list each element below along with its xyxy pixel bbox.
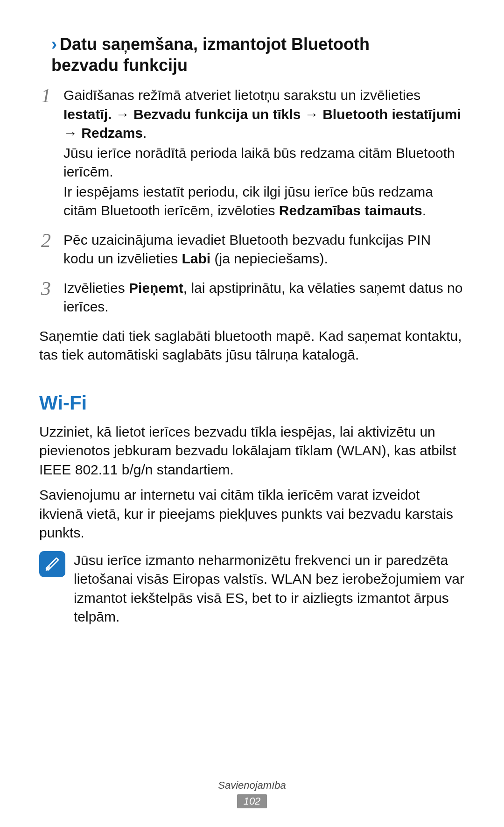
step2-bold: Labi — [182, 251, 210, 266]
step1-p2: Jūsu ierīce norādītā perioda laikā būs r… — [63, 144, 465, 182]
step-body: Gaidīšanas režīmā atveriet lietotņu sara… — [63, 86, 465, 221]
wifi-heading: Wi-Fi — [39, 392, 465, 414]
step2-text-c: (ja nepieciešams). — [210, 251, 328, 266]
wifi-paragraph-2: Savienojumu ar internetu vai citām tīkla… — [39, 486, 465, 543]
step-3: 3 Izvēlieties Pieņemt, lai apstiprinātu,… — [39, 279, 465, 318]
step-2: 2 Pēc uzaicinājuma ievadiet Bluetooth be… — [39, 231, 465, 269]
step1-text-c: . — [143, 125, 147, 141]
step-number: 2 — [41, 231, 55, 269]
note-block: Jūsu ierīce izmanto neharmonizētu frekve… — [39, 551, 465, 627]
footer-section-label: Savienojamība — [0, 779, 504, 792]
step1-text-a: Gaidīšanas režīmā atveriet lietotņu sara… — [63, 87, 420, 103]
step3-bold: Pieņemt — [129, 280, 183, 296]
step-body: Pēc uzaicinājuma ievadiet Bluetooth bezv… — [63, 231, 465, 269]
heading-line1: Datu saņemšana, izmantojot Bluetooth — [60, 35, 370, 54]
page-number: 102 — [237, 794, 267, 808]
step1-p3-c: . — [422, 203, 426, 218]
step-number: 3 — [41, 279, 55, 318]
page-footer: Savienojamība 102 — [0, 779, 504, 808]
step1-p3-bold: Redzamības taimauts — [279, 203, 422, 218]
wifi-paragraph-1: Uzziniet, kā lietot ierīces bezvadu tīkl… — [39, 423, 465, 480]
step3-text-a: Izvēlieties — [63, 280, 129, 296]
heading-line2: bezvadu funkciju — [51, 55, 465, 76]
step-body: Izvēlieties Pieņemt, lai apstiprinātu, k… — [63, 279, 465, 318]
chevron-right-icon: › — [51, 35, 60, 54]
after-steps-paragraph: Saņemtie dati tiek saglabāti bluetooth m… — [39, 327, 465, 365]
section-heading: ›Datu saņemšana, izmantojot Bluetooth be… — [39, 34, 465, 76]
note-text: Jūsu ierīce izmanto neharmonizētu frekve… — [74, 551, 465, 627]
step-1: 1 Gaidīšanas režīmā atveriet lietotņu sa… — [39, 86, 465, 221]
step-number: 1 — [41, 86, 55, 221]
note-icon — [39, 551, 65, 577]
step1-bold: Iestatīj. → Bezvadu funkcija un tīkls → … — [63, 106, 461, 141]
